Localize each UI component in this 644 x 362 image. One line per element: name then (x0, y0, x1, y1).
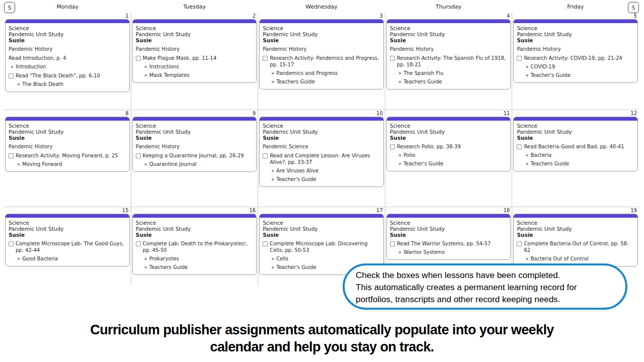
curriculum-name: Pandemic Unit Study (517, 226, 634, 232)
card-content: Science Pandemic Unit Study Susie Comple… (133, 218, 257, 275)
day-number: 5 (634, 13, 637, 19)
lesson-checkbox[interactable] (390, 241, 395, 246)
assignment-items: Pandemic Science Read and Complete Lesso… (263, 143, 380, 183)
lesson-checkbox[interactable] (390, 56, 395, 61)
resource-link[interactable]: »Teacher's Guide (271, 176, 380, 183)
link-bullet-icon: » (398, 70, 401, 76)
card-content: Science Pandemic Unit Study Susie Read B… (514, 121, 637, 171)
lesson-item: Read Bacteria-Good and Bad, pp. 40-41 »B… (517, 143, 634, 167)
resource-link[interactable]: »Cells (271, 255, 380, 262)
resource-link[interactable]: »Moving Forward (17, 161, 126, 167)
lesson-checkbox[interactable] (517, 144, 522, 149)
lesson-checkbox[interactable] (517, 241, 522, 246)
course-name: Science (390, 220, 507, 226)
lesson-checkbox[interactable] (136, 56, 141, 61)
link-bullet-icon: » (271, 168, 274, 173)
resource-link[interactable]: »Introduction (11, 63, 126, 70)
link-bullet-icon: » (271, 264, 274, 270)
card-content: Science Pandemic Unit Study Susie Comple… (6, 218, 129, 266)
lesson-title: Research Polio, pp. 38-39 (397, 143, 507, 150)
link-bullet-icon: » (144, 72, 147, 78)
resource-link[interactable]: »Teachers Guide (525, 160, 634, 167)
lesson-checkbox[interactable] (136, 241, 141, 246)
resource-link[interactable]: »Are Viruses Alive (271, 167, 380, 174)
assignment-card: Science Pandemic Unit Study Susie Pandem… (259, 117, 384, 187)
student-name: Susie (9, 37, 126, 43)
assignment-card: Science Pandemic Unit Study Susie Pandem… (132, 19, 257, 83)
resource-link[interactable]: »Good Bacteria (17, 255, 126, 262)
lesson-row: Read Bacteria-Good and Bad, pp. 40-41 (517, 143, 634, 150)
resource-link[interactable]: »The Black Death (17, 81, 126, 87)
resource-link-label: Quarantine Journal (149, 161, 197, 167)
resource-link[interactable]: »The Spanish Flu (398, 70, 507, 76)
resource-link[interactable]: »Warrior Systems (398, 249, 507, 255)
day-header: Monday (4, 0, 131, 10)
lesson-title: Research Activity: The Spanish Flu of 19… (397, 55, 507, 68)
resource-link[interactable]: »Prokaryotes (144, 255, 253, 262)
day-cell: 4 Science Pandemic Unit Study Susie Pand… (385, 13, 512, 110)
course-name: Science (9, 220, 126, 226)
curriculum-name: Pandemic Unit Study (136, 31, 253, 37)
lesson-row: Read and Complete Lesson: Are Viruses Al… (263, 152, 380, 165)
resource-link[interactable]: »Teacher's Guide (398, 160, 507, 167)
card-color-bar (6, 117, 129, 121)
resource-link[interactable]: »Bacteria (525, 152, 634, 158)
day-cell: 9 Science Pandemic Unit Study Susie Pand… (131, 110, 258, 207)
card-content: Science Pandemic Unit Study Susie Pandem… (514, 23, 637, 82)
assignment-items: Pandemic History Read Introduction, p. 4… (9, 46, 126, 87)
student-name: Susie (390, 135, 507, 141)
resource-link[interactable]: »Bacteria Out of Control (525, 255, 634, 262)
student-name: Susie (9, 135, 126, 141)
link-bullet-icon: » (144, 264, 147, 270)
lesson-checkbox[interactable] (263, 153, 268, 158)
resource-link-label: Instructions (149, 64, 179, 69)
lesson-checkbox[interactable] (136, 153, 141, 158)
lesson-checkbox[interactable] (9, 73, 14, 78)
card-content: Science Pandemic Unit Study Susie Pandem… (387, 23, 511, 89)
resource-link-label: Good Bacteria (22, 256, 58, 261)
lesson-checkbox[interactable] (9, 241, 14, 246)
card-color-bar (260, 214, 383, 218)
day-number: 3 (379, 13, 382, 19)
student-name: Susie (9, 232, 126, 238)
resource-link[interactable]: »Mask Templates (144, 72, 253, 78)
callout-line: portfolios, transcripts and other record… (356, 294, 616, 306)
curriculum-name: Pandemic Unit Study (263, 31, 380, 37)
lesson-row: Research Activity: COVID-19, pp. 21-24 (517, 55, 634, 61)
lesson-checkbox[interactable] (517, 56, 522, 61)
callout-line: This automatically creates a permanent l… (356, 282, 616, 294)
link-bullet-icon: » (271, 70, 274, 76)
resource-link-label: Warrior Systems (404, 249, 445, 255)
resource-link[interactable]: »Polio (398, 152, 507, 158)
day-header: Wednesday (258, 0, 385, 10)
day-cell: 11 Science Pandemic Unit Study Susie Res… (385, 110, 512, 207)
resource-link[interactable]: »Teachers Guide (271, 78, 380, 85)
student-badge-button-left[interactable]: S (4, 2, 15, 13)
lesson-item: Research Activity: COVID-19, pp. 21-24 »… (517, 55, 634, 78)
lesson-checkbox[interactable] (390, 144, 395, 149)
lesson-item: Research Activity: Moving Forward, p. 25… (9, 152, 126, 167)
resource-link[interactable]: »Teachers Guide (398, 78, 507, 85)
lesson-checkbox[interactable] (9, 153, 14, 158)
assignment-card: Science Pandemic Unit Study Susie Comple… (5, 214, 130, 266)
course-name: Science (136, 25, 253, 31)
calendar-topbar: S Monday Tuesday Wednesday Thursday Frid… (0, 0, 644, 13)
resource-link-label: Cells (276, 256, 288, 261)
resource-link[interactable]: »Quarantine Journal (144, 161, 253, 167)
lesson-checkbox[interactable] (263, 241, 268, 246)
link-bullet-icon: » (271, 176, 274, 182)
lesson-row: Complete Microscope Lab: Discovering Cel… (263, 240, 380, 253)
resource-link[interactable]: »Teacher's Guide (525, 72, 634, 78)
resource-link[interactable]: »Pandemics and Progress (271, 70, 380, 76)
student-badge-button-right[interactable]: S (628, 2, 639, 13)
card-color-bar (133, 20, 257, 23)
lesson-row: Research Activity: Moving Forward, p. 25 (9, 152, 126, 159)
resource-link[interactable]: »Instructions (144, 63, 253, 70)
student-name: Susie (136, 232, 253, 238)
lesson-row: Research Polio, pp. 38-39 (390, 143, 507, 150)
lesson-checkbox[interactable] (263, 56, 268, 61)
resource-link[interactable]: »Teachers Guide (144, 264, 253, 270)
curriculum-name: Pandemic Unit Study (263, 226, 380, 232)
lesson-title: Complete Bacteria Out of Control, pp. 58… (524, 240, 634, 253)
resource-link[interactable]: »COVID-19 (525, 63, 634, 70)
